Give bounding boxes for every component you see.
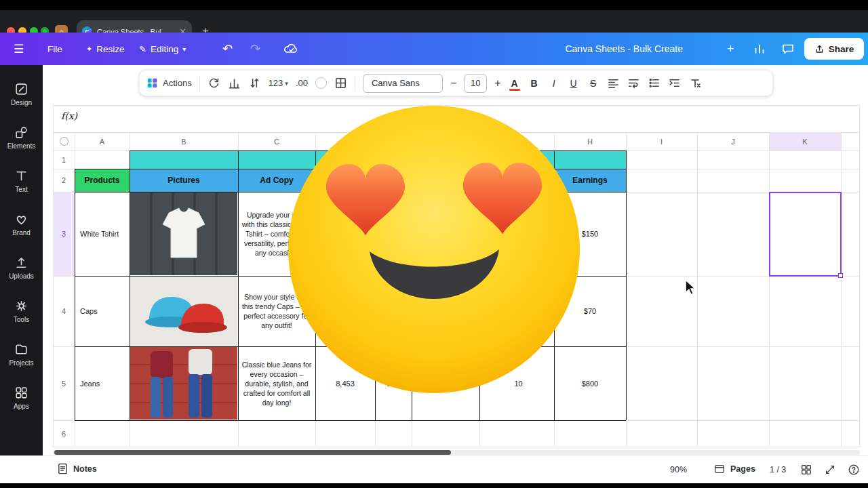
editing-mode-dropdown[interactable]: ✎ Editing ▾ — [139, 33, 186, 65]
document-title[interactable]: Canva Sheets - Bulk Create — [565, 33, 683, 65]
sidebar-label: Text — [15, 186, 27, 193]
horizontal-scrollbar-thumb[interactable] — [54, 450, 451, 455]
select-all-icon[interactable] — [60, 137, 68, 146]
product-image-jeans[interactable] — [130, 347, 237, 420]
heart-eyes-emoji[interactable] — [283, 102, 586, 400]
selected-cell-K3[interactable] — [769, 192, 842, 277]
status-bar: Notes 90% Pages 1 / 3 — [0, 455, 868, 483]
row-header-3[interactable]: 3 — [53, 192, 75, 276]
horizontal-scrollbar[interactable] — [53, 450, 860, 455]
letterbox-bottom — [0, 483, 868, 488]
chevron-down-icon: ▾ — [182, 45, 186, 53]
resize-icon: ✦ — [86, 45, 92, 54]
grid-view-icon[interactable] — [800, 464, 812, 476]
decimal-format-button[interactable]: .00 — [296, 78, 308, 88]
font-size-decrease-button[interactable]: − — [450, 77, 456, 89]
file-label: File — [47, 44, 62, 54]
font-family-selector[interactable]: Canva Sans — [363, 74, 443, 93]
app-root: ⌂ C Canva Sheets - Bul... ✕ + ☰ File ✦ R… — [0, 0, 868, 488]
column-header-a[interactable]: A — [75, 132, 130, 150]
resize-button[interactable]: ✦ Resize — [86, 33, 124, 65]
text-wrap-icon[interactable] — [627, 77, 640, 89]
column-header-k[interactable]: K — [769, 132, 841, 150]
refresh-icon[interactable] — [208, 77, 220, 89]
sidebar-label: Elements — [7, 142, 36, 150]
apps-icon — [14, 386, 28, 400]
row-header-6[interactable]: 6 — [53, 420, 75, 447]
font-size-field[interactable]: 10 — [464, 74, 487, 93]
design-icon — [14, 82, 28, 96]
share-button[interactable]: Share — [804, 38, 864, 60]
sidebar-item-projects[interactable]: Projects — [0, 335, 43, 374]
tools-icon — [14, 299, 28, 313]
sidebar-item-apps[interactable]: Apps — [0, 378, 43, 418]
sidebar-item-tools[interactable]: Tools — [0, 291, 43, 331]
zoom-level[interactable]: 90% — [670, 465, 687, 474]
elements-icon — [14, 125, 28, 140]
number-format-dropdown[interactable]: 123 ▾ — [269, 78, 288, 88]
bold-button[interactable]: B — [528, 78, 540, 89]
sidebar-label: Tools — [14, 316, 29, 323]
cell-a3[interactable]: White Tshirt — [75, 192, 130, 276]
add-member-button[interactable]: + — [727, 33, 734, 65]
header-cell-pictures[interactable]: Pictures — [130, 169, 238, 192]
fullscreen-icon[interactable] — [824, 464, 836, 476]
sidebar-item-text[interactable]: Text — [0, 161, 43, 201]
chevron-down-icon: ▾ — [285, 80, 288, 87]
sidebar-item-brand[interactable]: Brand — [0, 205, 43, 244]
borders-icon[interactable] — [334, 77, 347, 89]
strikethrough-button[interactable]: S — [587, 78, 599, 89]
actions-button[interactable]: Actions — [146, 77, 192, 89]
italic-button[interactable]: I — [548, 78, 560, 89]
file-menu[interactable]: File — [47, 33, 62, 65]
product-image-caps[interactable] — [130, 277, 237, 346]
cloud-save-icon — [283, 33, 300, 65]
indent-list-icon[interactable] — [668, 77, 681, 89]
pages-button[interactable]: Pages — [713, 463, 755, 475]
letterbox-top — [0, 0, 868, 10]
clear-formatting-icon[interactable] — [688, 77, 702, 90]
page-indicator: 1 / 3 — [770, 465, 786, 474]
undo-button[interactable]: ↶ — [222, 33, 233, 65]
text-color-button[interactable]: A — [509, 78, 521, 89]
insights-icon[interactable] — [753, 33, 766, 65]
product-image-white-tshirt[interactable] — [130, 192, 237, 275]
mouse-cursor — [684, 279, 697, 296]
align-left-icon[interactable] — [607, 77, 620, 89]
fill-color-swatch[interactable] — [315, 77, 327, 89]
formatting-toolbar: Actions 123 ▾ .00 Canva Sans − 10 + A B … — [139, 70, 773, 96]
browser-chrome: ⌂ C Canva Sheets - Bul... ✕ + — [0, 10, 868, 33]
main-menu-icon[interactable]: ☰ — [14, 33, 24, 65]
column-header-i[interactable]: I — [626, 132, 697, 150]
cell-a4[interactable]: Caps — [75, 276, 130, 346]
fill-handle[interactable] — [838, 273, 843, 278]
pages-label: Pages — [730, 464, 755, 474]
uploads-icon — [14, 256, 28, 270]
help-icon[interactable] — [848, 464, 860, 476]
comments-icon[interactable] — [781, 33, 795, 65]
underline-button[interactable]: U — [568, 78, 580, 89]
notes-button[interactable]: Notes — [57, 462, 97, 475]
sidebar-item-elements[interactable]: Elements — [0, 118, 43, 157]
sidebar-label: Brand — [12, 229, 31, 237]
column-header-j[interactable]: J — [697, 132, 769, 150]
row-header-1[interactable]: 1 — [53, 150, 75, 169]
row-header-4[interactable]: 4 — [53, 276, 75, 346]
font-size-increase-button[interactable]: + — [494, 77, 500, 89]
header-cell-products[interactable]: Products — [75, 169, 130, 192]
row-header-5[interactable]: 5 — [53, 346, 75, 420]
cell-a5[interactable]: Jeans — [75, 346, 130, 420]
column-header-b[interactable]: B — [130, 132, 238, 150]
redo-button[interactable]: ↷ — [250, 33, 260, 65]
row-header-2[interactable]: 2 — [53, 169, 75, 192]
share-icon — [814, 44, 825, 54]
bullet-list-icon[interactable] — [648, 77, 660, 89]
brand-icon — [14, 212, 28, 226]
pen-icon: ✎ — [139, 44, 146, 54]
sidebar-label: Projects — [9, 359, 33, 367]
sidebar-item-design[interactable]: Design — [0, 75, 43, 114]
sidebar-item-uploads[interactable]: Uploads — [0, 248, 43, 287]
chart-icon[interactable] — [228, 77, 241, 89]
sort-icon[interactable] — [248, 77, 261, 89]
actions-grid-icon — [146, 77, 158, 89]
